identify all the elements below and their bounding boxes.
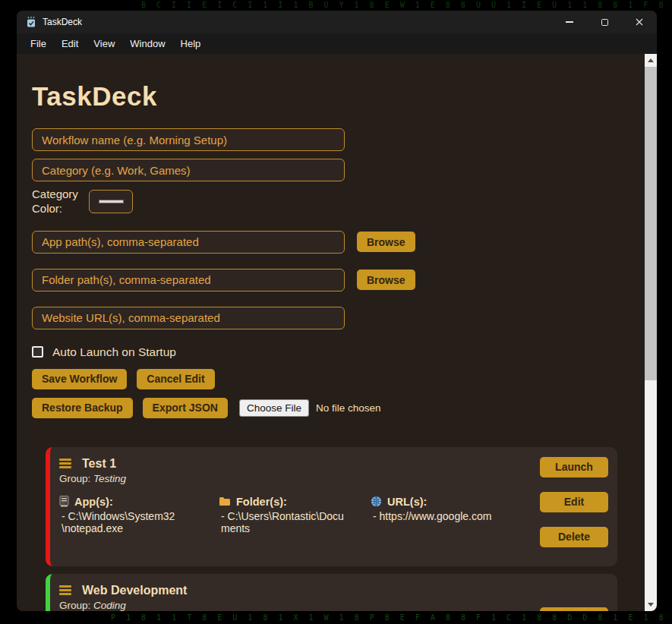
launch-button[interactable]: Launch	[540, 607, 608, 612]
group-label: Group:	[59, 600, 90, 611]
group-value: Testing	[93, 473, 126, 484]
menubar: File Edit View Window Help	[17, 33, 657, 54]
window-title: TaskDeck	[43, 17, 82, 27]
drag-handle-icon[interactable]	[59, 585, 71, 595]
content-area: TaskDeck Category Color: Browse Browse	[17, 54, 657, 611]
maximize-button[interactable]	[587, 11, 622, 33]
menu-window[interactable]: Window	[122, 38, 172, 49]
apps-value: - C:\Windows\System32\notepad.exe	[59, 510, 179, 534]
category-color-picker[interactable]	[89, 190, 133, 213]
close-icon	[635, 17, 644, 27]
arrow-up-icon	[648, 58, 654, 62]
folder-paths-row: Browse	[32, 269, 645, 292]
apps-label: App(s):	[74, 496, 113, 508]
workflow-group: Group: Testing	[59, 473, 607, 484]
workflow-title: Web Development	[82, 584, 187, 597]
category-input[interactable]	[32, 159, 345, 181]
app-paths-input[interactable]	[32, 231, 345, 254]
launch-button[interactable]: Launch	[540, 457, 608, 477]
card-header: Test 1	[59, 457, 607, 471]
close-button[interactable]	[622, 11, 657, 33]
workflow-details: App(s): - C:\Windows\System32\notepad.ex…	[59, 496, 607, 534]
desktop: { "desktop": { "matrix_top": "B C I I E …	[0, 0, 672, 624]
folder-paths-input[interactable]	[32, 269, 345, 292]
file-chosen-status: No file chosen	[316, 402, 381, 414]
vertical-scrollbar	[645, 54, 657, 611]
window-controls	[552, 11, 657, 33]
folders-value: - C:\Users\Rontastic\Documents	[219, 510, 352, 534]
browse-apps-button[interactable]: Browse	[357, 232, 415, 252]
group-value: Coding	[93, 600, 126, 611]
workflow-list: Test 1 Group: Testing	[46, 447, 617, 612]
card-actions: Launch Edit Delete	[540, 457, 608, 547]
app-icon	[26, 16, 36, 28]
minimize-button[interactable]	[552, 11, 587, 33]
app-paths-row: Browse	[32, 231, 645, 254]
auto-launch-row: Auto Launch on Startup	[32, 345, 645, 359]
menu-edit[interactable]: Edit	[54, 38, 86, 49]
workflow-card-webdev: Web Development Group: Coding Launch	[46, 574, 617, 612]
delete-button[interactable]: Delete	[540, 527, 608, 547]
category-color-label: Category Color:	[32, 188, 82, 216]
app-window: TaskDeck File Edit View Window Help Task…	[17, 11, 657, 611]
menu-file[interactable]: File	[23, 38, 54, 49]
folders-column: Folder(s): - C:\Users\Rontastic\Document…	[219, 496, 371, 534]
website-urls-input[interactable]	[32, 307, 345, 329]
secondary-actions: Restore Backup Export JSON Choose File N…	[32, 398, 645, 418]
scrollbar-thumb[interactable]	[645, 67, 657, 380]
urls-value: - https://www.google.com	[371, 510, 501, 522]
primary-actions: Save Workflow Cancel Edit	[32, 369, 645, 389]
browse-folders-button[interactable]: Browse	[357, 269, 415, 290]
minimize-icon	[566, 21, 573, 22]
group-label: Group:	[59, 473, 90, 484]
scroll-down-button[interactable]	[645, 598, 657, 611]
maximize-icon	[601, 19, 608, 26]
folders-label: Folder(s):	[236, 496, 287, 508]
workflow-group: Group: Coding	[59, 600, 607, 611]
auto-launch-label[interactable]: Auto Launch on Startup	[52, 345, 176, 359]
menu-help[interactable]: Help	[173, 38, 209, 49]
page-title: TaskDeck	[32, 81, 645, 112]
save-workflow-button[interactable]: Save Workflow	[32, 369, 127, 389]
card-actions: Launch	[540, 607, 608, 612]
drag-handle-icon[interactable]	[59, 459, 71, 468]
color-swatch	[99, 200, 124, 203]
urls-label: URL(s):	[387, 496, 427, 508]
workflow-name-input[interactable]	[32, 128, 345, 151]
scroll-up-button[interactable]	[645, 54, 657, 67]
choose-file-button[interactable]: Choose File	[239, 399, 309, 417]
titlebar: TaskDeck	[17, 11, 657, 33]
category-color-row: Category Color:	[32, 188, 645, 216]
apps-column: App(s): - C:\Windows\System32\notepad.ex…	[59, 496, 219, 534]
export-json-button[interactable]: Export JSON	[143, 398, 228, 418]
scroll-pane: TaskDeck Category Color: Browse Browse	[17, 54, 645, 611]
edit-button[interactable]: Edit	[540, 492, 608, 512]
auto-launch-checkbox[interactable]	[32, 346, 43, 358]
import-file-widget: Choose File No file chosen	[239, 399, 381, 417]
workflow-card-test1: Test 1 Group: Testing	[46, 447, 617, 566]
matrix-text-top: B C I I E I C I 1 I 1 B U Y 1 8 E W 1 E …	[141, 1, 672, 9]
folder-icon	[219, 496, 231, 506]
restore-backup-button[interactable]: Restore Backup	[32, 398, 133, 418]
menu-view[interactable]: View	[86, 38, 122, 49]
arrow-down-icon	[648, 603, 654, 607]
matrix-text-bottom: P 1 8 1 1 T 8 E U 1 8 1 X 1 W 1 8 P 8 E …	[111, 613, 672, 622]
app-icon	[59, 496, 69, 507]
globe-icon	[371, 496, 382, 507]
workflow-title: Test 1	[82, 457, 116, 471]
card-header: Web Development	[59, 584, 607, 597]
cancel-edit-button[interactable]: Cancel Edit	[137, 369, 214, 389]
urls-column: URL(s): - https://www.google.com	[371, 496, 528, 534]
